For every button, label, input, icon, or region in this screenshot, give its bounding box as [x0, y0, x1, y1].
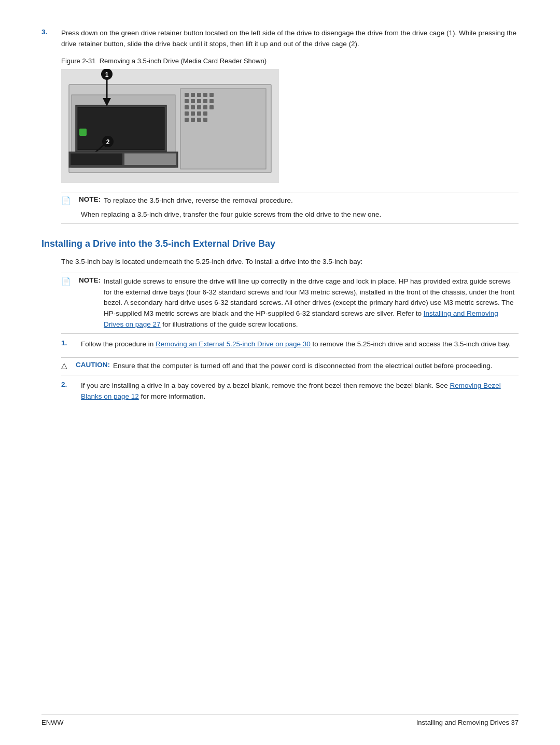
note-2-icon: 📄	[61, 277, 76, 286]
svg-rect-10	[203, 93, 207, 97]
step-1-block: 1. Follow the procedure in Removing an E…	[61, 339, 519, 350]
svg-rect-13	[191, 99, 195, 103]
step-2-text2: for more information.	[139, 392, 205, 400]
svg-rect-4	[78, 107, 164, 150]
svg-text:1: 1	[105, 71, 109, 78]
svg-rect-29	[203, 118, 207, 122]
caution-1-block: △ CAUTION: Ensure that the computer is t…	[61, 357, 519, 375]
step-1-text2: to remove the 5.25-inch drive and access…	[311, 340, 511, 348]
caution-label: CAUTION:	[76, 361, 110, 369]
svg-rect-28	[197, 118, 201, 122]
svg-rect-21	[209, 105, 214, 109]
body-text-1: The 3.5-inch bay is located underneath t…	[61, 257, 519, 268]
svg-rect-40	[124, 153, 176, 165]
svg-rect-8	[191, 93, 195, 97]
figure-31-title: Removing a 3.5-inch Drive (Media Card Re…	[100, 57, 267, 65]
svg-rect-20	[203, 105, 207, 109]
figure-31-image: 1 2	[61, 69, 279, 183]
footer-left: ENWW	[41, 719, 64, 726]
svg-rect-5	[79, 129, 87, 136]
section-title: Installing a Drive into the 3.5-inch Ext…	[41, 238, 519, 249]
svg-rect-16	[209, 99, 214, 103]
svg-rect-7	[185, 93, 189, 97]
step-2-block: 2. If you are installing a drive in a ba…	[61, 381, 519, 402]
svg-rect-17	[185, 105, 189, 109]
svg-rect-24	[197, 111, 201, 116]
step-3-block: 3. Press down on the green drive retaine…	[41, 28, 519, 50]
footer-right: Installing and Removing Drives 37	[416, 719, 519, 726]
step-1-text1: Follow the procedure in	[81, 340, 156, 348]
svg-rect-25	[203, 111, 207, 116]
svg-rect-27	[191, 118, 195, 122]
step-2-number: 2.	[61, 381, 81, 402]
svg-rect-15	[203, 99, 207, 103]
page: 3. Press down on the green drive retaine…	[0, 0, 560, 745]
step-3-number: 3.	[41, 28, 61, 50]
note-2-label: NOTE:	[79, 276, 101, 284]
note-2-text2: for illustrations of the guide screw loc…	[162, 320, 298, 328]
caution-icon: △	[61, 361, 73, 370]
note-2-block: 📄 NOTE: Install guide screws to ensure t…	[61, 273, 519, 334]
figure-31-block: Figure 2-31 Removing a 3.5-inch Drive (M…	[61, 57, 519, 185]
note-1-extra: When replacing a 3.5-inch drive, transfe…	[81, 209, 519, 220]
step-1-number: 1.	[61, 339, 81, 350]
step-2-text1: If you are installing a drive in a bay c…	[81, 382, 450, 389]
step-3-text: Press down on the green drive retainer b…	[61, 28, 519, 50]
note-2-inner: 📄 NOTE: Install guide screws to ensure t…	[61, 276, 519, 331]
figure-31-caption: Figure 2-31 Removing a 3.5-inch Drive (M…	[61, 57, 519, 65]
step-1-text: Follow the procedure in Removing an Exte…	[81, 339, 519, 350]
note-1-inner: 📄 NOTE: To replace the 3.5-inch drive, r…	[61, 195, 519, 206]
note-2-text: Install guide screws to ensure the drive…	[104, 276, 519, 331]
svg-rect-12	[185, 99, 189, 103]
svg-rect-19	[197, 105, 201, 109]
step-1-link[interactable]: Removing an External 5.25-inch Drive on …	[156, 340, 311, 348]
svg-rect-18	[191, 105, 195, 109]
figure-31-label: Figure 2-31	[61, 57, 95, 65]
note-1-label: NOTE:	[79, 195, 101, 203]
svg-rect-22	[185, 111, 189, 116]
footer: ENWW Installing and Removing Drives 37	[41, 714, 519, 726]
caution-text: Ensure that the computer is turned off a…	[113, 361, 519, 372]
svg-rect-14	[197, 99, 201, 103]
svg-rect-39	[71, 153, 122, 165]
svg-rect-26	[185, 118, 189, 122]
step-2-text: If you are installing a drive in a bay c…	[81, 381, 519, 402]
svg-text:2: 2	[106, 138, 110, 146]
note-1-block: 📄 NOTE: To replace the 3.5-inch drive, r…	[61, 192, 519, 224]
svg-rect-11	[209, 93, 214, 97]
note-1-icon: 📄	[61, 196, 76, 205]
svg-rect-23	[191, 111, 195, 116]
note-1-text: To replace the 3.5-inch drive, reverse t…	[104, 195, 519, 206]
svg-rect-9	[197, 93, 201, 97]
